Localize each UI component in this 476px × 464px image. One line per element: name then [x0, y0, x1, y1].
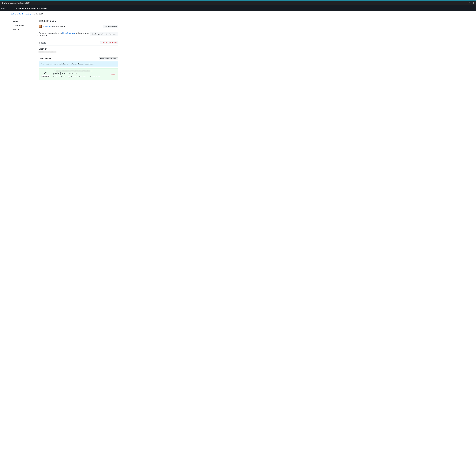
secret-delete-note: You cannot delete the only client secret… [53, 76, 116, 78]
client-id-heading: Client ID [39, 48, 118, 50]
revoke-tokens-button[interactable]: Revoke all user tokens [100, 41, 118, 44]
breadcrumb-separator: / [18, 13, 18, 15]
sidebar-item-general[interactable]: General [11, 19, 36, 23]
breadcrumb-settings[interactable]: Settings [11, 13, 17, 15]
header-nav: Pull requests Issues Marketplace Explore [15, 7, 47, 9]
clipboard-icon [91, 70, 92, 71]
search-jump-text[interactable]: or jump to... [0, 7, 8, 9]
avatar[interactable] [39, 25, 42, 28]
settings-sidebar: General Optional features Advanced [11, 19, 36, 80]
content-wrapper: General Optional features Advanced local… [0, 17, 476, 80]
secret-added-meta: Added 1 minute ago by danhaywood [53, 72, 116, 74]
users-count: 0 [39, 41, 40, 44]
svg-point-3 [45, 73, 45, 74]
list-marketplace-button[interactable]: List this application in the Marketplace [90, 32, 118, 36]
client-id-value: 68bf89a7e4cd7edd6c16 [39, 51, 118, 53]
transfer-ownership-button[interactable]: Transfer ownership [103, 25, 118, 28]
sidebar-menu: General Optional features Advanced [11, 19, 36, 31]
secret-value: a81ad1c49b3db343c1ff7a3874e35ce3f55ed61d [56, 70, 90, 72]
main-content: localhost-8080 danhaywood owns this appl… [39, 19, 122, 80]
copy-secret-button[interactable] [91, 70, 93, 72]
secret-key-column: Client secret [41, 70, 50, 77]
sidebar-item-advanced[interactable]: Advanced [11, 28, 36, 31]
nav-pull-requests[interactable]: Pull requests [15, 7, 24, 9]
owner-info: danhaywood owns this application. [39, 25, 67, 28]
breadcrumb: Settings / Developer settings / localhos… [0, 11, 476, 17]
client-secrets-heading: Client secrets [39, 58, 51, 60]
slash-shortcut-key: / [10, 7, 12, 9]
browser-tab-strip [0, 0, 476, 1]
svg-point-0 [469, 3, 469, 3]
nav-explore[interactable]: Explore [41, 7, 47, 9]
breadcrumb-current: localhost-8080 [34, 13, 44, 15]
owner-text: danhaywood owns this application. [43, 26, 67, 28]
users-label: users [40, 41, 46, 44]
secret-added-by: danhaywood [68, 72, 77, 74]
delete-secret-button[interactable]: Delete [110, 73, 116, 76]
check-icon [53, 70, 55, 72]
app-title: localhost-8080 [39, 19, 118, 23]
url-action-icons [469, 2, 475, 4]
bookmark-star-icon[interactable] [473, 2, 475, 4]
nav-issues[interactable]: Issues [25, 7, 30, 9]
copy-secret-notice: Make sure to copy your new client secret… [39, 61, 118, 67]
browser-url-bar[interactable]: github.com/settings/applications/1588534 [0, 1, 476, 5]
key-icon [44, 71, 48, 75]
github-header: or jump to... / Pull requests Issues Mar… [0, 5, 476, 11]
client-secret-badge: Client secret [41, 75, 50, 77]
svg-point-2 [45, 73, 46, 74]
users-row: 0 users Revoke all user tokens [39, 41, 118, 46]
breadcrumb-developer-settings[interactable]: Developer settings [19, 13, 31, 15]
marketplace-row: You can list your application in the Git… [39, 32, 118, 39]
owner-suffix: owns this application. [52, 26, 67, 28]
client-secret-box: Client secret a81ad1c49b3db343c1ff7a3874… [39, 68, 118, 80]
github-marketplace-link[interactable]: GitHub Marketplace [62, 32, 76, 34]
key-icon[interactable] [469, 2, 471, 4]
secret-usage: Never used [53, 74, 116, 76]
nav-marketplace[interactable]: Marketplace [31, 7, 40, 9]
client-secrets-header: Client secrets Generate a new client sec… [39, 58, 118, 60]
owner-username-link[interactable]: danhaywood [43, 26, 52, 28]
svg-marker-1 [473, 2, 474, 4]
generate-secret-button[interactable]: Generate a new client secret [99, 58, 118, 60]
url-text: github.com/settings/applications/1588534 [4, 2, 469, 4]
breadcrumb-separator: / [32, 13, 33, 15]
marketplace-text: You can list your application in the Git… [39, 32, 89, 37]
svg-rect-4 [92, 71, 92, 71]
sidebar-item-optional-features[interactable]: Optional features [11, 23, 36, 28]
lock-icon [1, 2, 3, 4]
users-text: 0 users [39, 41, 46, 44]
page-body: Settings / Developer settings / localhos… [0, 11, 476, 80]
owner-row: danhaywood owns this application. Transf… [39, 25, 118, 30]
secret-info: a81ad1c49b3db343c1ff7a3874e35ce3f55ed61d… [53, 70, 116, 78]
secret-value-row: a81ad1c49b3db343c1ff7a3874e35ce3f55ed61d [53, 70, 116, 72]
